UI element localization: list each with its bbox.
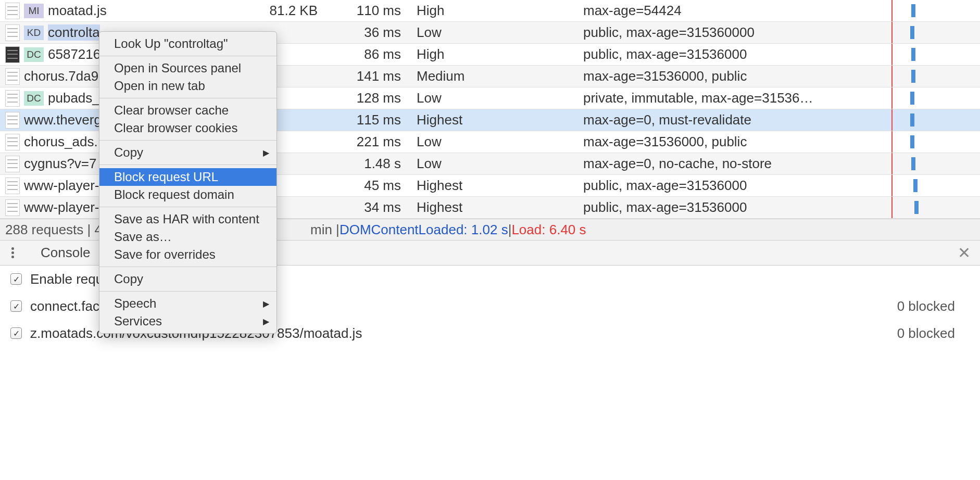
time-cell: 141 ms [328, 68, 411, 84]
cache-control-cell: max-age=0, must-revalidate [578, 112, 880, 128]
request-name: chorus.7da9 [24, 68, 98, 84]
cache-control-cell: public, max-age=31536000 [578, 46, 880, 62]
menu-lookup[interactable]: Look Up "controltag" [99, 35, 277, 53]
menu-speech[interactable]: Speech ▶ [99, 295, 277, 312]
initiator-badge: DC [24, 47, 44, 62]
time-cell: 36 ms [328, 24, 411, 41]
menu-block-url[interactable]: Block request URL [99, 168, 277, 186]
request-name: controlta [48, 24, 100, 41]
waterfall-cell [880, 0, 980, 21]
file-icon [5, 156, 20, 172]
menu-block-domain[interactable]: Block request domain [99, 186, 277, 204]
waterfall-cell [880, 153, 980, 174]
request-name: www.theverg [24, 112, 102, 128]
console-tab[interactable]: Console [33, 245, 97, 261]
summary-requests: 288 requests | 4 [5, 222, 102, 238]
time-cell: 115 ms [328, 112, 411, 128]
menu-save-overrides[interactable]: Save for overrides [99, 246, 277, 263]
cache-control-cell: max-age=54424 [578, 3, 880, 19]
cache-control-cell: max-age=31536000, public [578, 68, 880, 84]
file-icon [5, 3, 20, 19]
priority-cell: Highest [411, 199, 578, 216]
priority-cell: Medium [411, 68, 578, 84]
time-cell: 110 ms [328, 3, 411, 19]
file-icon [5, 178, 20, 194]
file-icon [5, 134, 20, 150]
menu-copy[interactable]: Copy [99, 270, 277, 288]
pattern-checkbox[interactable]: ✓ [10, 300, 22, 312]
priority-cell: Highest [411, 112, 578, 128]
priority-cell: Low [411, 90, 578, 106]
priority-cell: Low [411, 134, 578, 150]
waterfall-cell [880, 66, 980, 87]
summary-domcontentloaded: DOMContentLoaded: 1.02 s [340, 222, 508, 238]
time-cell: 45 ms [328, 178, 411, 194]
blocked-count: 0 blocked [897, 298, 970, 314]
chevron-right-icon: ▶ [263, 148, 269, 158]
summary-mid: min | [310, 222, 340, 238]
time-cell: 128 ms [328, 90, 411, 106]
initiator-badge: KD [24, 26, 44, 40]
menu-open-tab[interactable]: Open in new tab [99, 77, 277, 95]
menu-copy-submenu[interactable]: Copy ▶ [99, 144, 277, 161]
waterfall-cell [880, 22, 980, 43]
file-icon [5, 68, 20, 85]
priority-cell: High [411, 3, 578, 19]
request-name: moatad.js [48, 3, 107, 19]
file-icon [5, 24, 20, 41]
menu-save-as[interactable]: Save as… [99, 228, 277, 246]
cache-control-cell: public, max-age=31536000 [578, 178, 880, 194]
request-name: 6587216 [48, 46, 100, 62]
chevron-right-icon: ▶ [263, 317, 269, 326]
initiator-badge: MI [24, 4, 44, 18]
time-cell: 221 ms [328, 134, 411, 150]
menu-services[interactable]: Services ▶ [99, 312, 277, 330]
priority-cell: Low [411, 24, 578, 41]
request-name: www-player- [24, 199, 99, 216]
menu-clear-cookies[interactable]: Clear browser cookies [99, 119, 277, 137]
menu-save-har[interactable]: Save as HAR with content [99, 210, 277, 228]
menu-clear-cache[interactable]: Clear browser cache [99, 102, 277, 119]
menu-open-sources[interactable]: Open in Sources panel [99, 59, 277, 77]
cache-control-cell: max-age=0, no-cache, no-store [578, 156, 880, 172]
waterfall-cell [880, 109, 980, 131]
priority-cell: Highest [411, 178, 578, 194]
priority-cell: High [411, 46, 578, 62]
request-name: cygnus?v=7 [24, 156, 96, 172]
pattern-checkbox[interactable]: ✓ [10, 327, 22, 339]
cache-control-cell: max-age=31536000, public [578, 134, 880, 150]
summary-sep: | [508, 222, 512, 238]
waterfall-cell [880, 131, 980, 153]
summary-load: Load: 6.40 s [511, 222, 586, 238]
cache-control-cell: public, max-age=315360000 [578, 24, 880, 41]
time-cell: 34 ms [328, 199, 411, 216]
context-menu: Look Up "controltag" Open in Sources pan… [99, 31, 277, 334]
file-icon [5, 112, 20, 129]
cache-control-cell: private, immutable, max-age=31536… [578, 90, 880, 106]
waterfall-cell [880, 197, 980, 218]
enable-blocking-label: Enable requ [30, 271, 103, 287]
time-cell: 86 ms [328, 46, 411, 62]
blocked-count: 0 blocked [897, 325, 970, 342]
pattern-url: connect.fac [30, 298, 99, 314]
waterfall-cell [880, 44, 980, 65]
request-name: chorus_ads. [24, 134, 98, 150]
file-icon [5, 46, 20, 63]
request-name: pubads_ [48, 90, 100, 106]
kebab-icon[interactable] [6, 247, 19, 258]
chevron-right-icon: ▶ [263, 299, 269, 309]
cache-control-cell: public, max-age=31536000 [578, 199, 880, 216]
file-icon [5, 199, 20, 216]
time-cell: 1.48 s [328, 156, 411, 172]
close-icon[interactable]: ✕ [958, 244, 971, 262]
initiator-badge: DC [24, 91, 44, 106]
waterfall-cell [880, 87, 980, 109]
enable-blocking-checkbox[interactable]: ✓ [10, 273, 22, 285]
request-name: www-player- [24, 178, 99, 194]
waterfall-cell [880, 175, 980, 196]
size-cell: 81.2 KB [198, 3, 328, 19]
priority-cell: Low [411, 156, 578, 172]
network-row[interactable]: MImoatad.js81.2 KB110 msHighmax-age=5442… [0, 0, 980, 22]
file-icon [5, 90, 20, 107]
